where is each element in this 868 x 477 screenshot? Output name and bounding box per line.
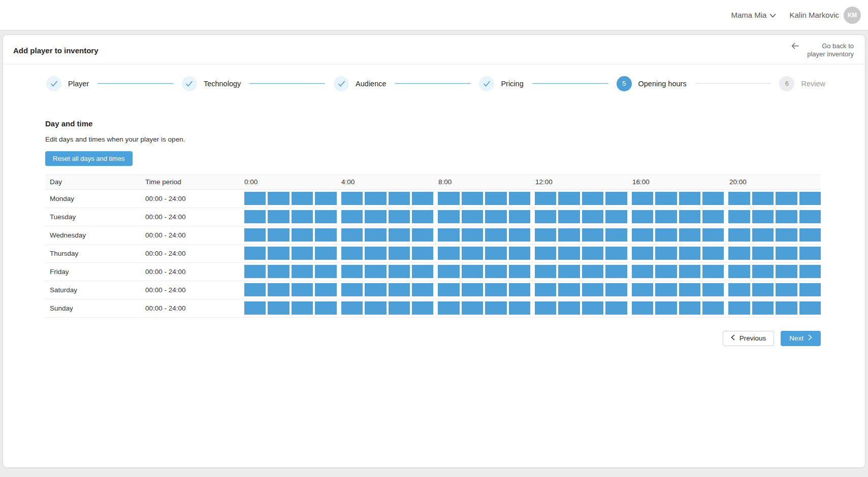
hour-block[interactable] [438, 228, 459, 242]
hour-block[interactable] [799, 301, 821, 315]
hour-block[interactable] [728, 228, 750, 242]
hour-block[interactable] [799, 210, 821, 223]
hour-block[interactable] [412, 247, 433, 260]
previous-button[interactable]: Previous [723, 331, 775, 346]
hour-block[interactable] [412, 210, 433, 223]
hour-block[interactable] [365, 192, 386, 205]
hour-block[interactable] [655, 210, 677, 223]
next-button[interactable]: Next [781, 331, 821, 346]
hour-block[interactable] [315, 192, 336, 205]
hour-block[interactable] [679, 210, 700, 223]
hour-block[interactable] [438, 210, 459, 223]
hour-block[interactable] [462, 192, 483, 205]
hour-block[interactable] [341, 283, 363, 296]
hour-block[interactable] [702, 192, 724, 205]
hour-block[interactable] [582, 210, 603, 223]
hour-block[interactable] [365, 210, 386, 223]
hour-block[interactable] [799, 228, 821, 242]
hour-block[interactable] [535, 228, 556, 242]
hour-block[interactable] [365, 301, 386, 315]
hour-block[interactable] [341, 247, 363, 260]
org-switcher[interactable]: Mama Mia [731, 11, 776, 19]
hour-block[interactable] [244, 265, 266, 278]
hour-block[interactable] [702, 265, 724, 278]
hour-block[interactable] [605, 283, 627, 296]
hour-block[interactable] [462, 301, 483, 315]
hour-block[interactable] [632, 192, 653, 205]
hour-block[interactable] [776, 283, 797, 296]
hour-block[interactable] [558, 210, 580, 223]
hour-block[interactable] [315, 247, 336, 260]
hour-block[interactable] [632, 210, 653, 223]
hour-block[interactable] [535, 283, 556, 296]
hour-block[interactable] [728, 265, 750, 278]
hour-block[interactable] [679, 283, 700, 296]
hour-block[interactable] [776, 301, 797, 315]
hour-block[interactable] [582, 301, 603, 315]
hour-block[interactable] [799, 192, 821, 205]
hour-block[interactable] [632, 265, 653, 278]
hour-block[interactable] [776, 247, 797, 260]
step-opening-hours[interactable]: 5Opening hours [617, 76, 687, 91]
hour-block[interactable] [728, 247, 750, 260]
hour-block[interactable] [438, 265, 459, 278]
hour-block[interactable] [438, 192, 459, 205]
hour-block[interactable] [776, 265, 797, 278]
hour-block[interactable] [509, 228, 530, 242]
step-technology[interactable]: Technology [182, 76, 241, 91]
hour-block[interactable] [244, 192, 266, 205]
hour-block[interactable] [655, 247, 677, 260]
hour-block[interactable] [655, 228, 677, 242]
hour-block[interactable] [268, 283, 289, 296]
hour-block[interactable] [365, 247, 386, 260]
hour-block[interactable] [292, 301, 313, 315]
hour-block[interactable] [655, 192, 677, 205]
hour-block[interactable] [799, 265, 821, 278]
hour-block[interactable] [535, 301, 556, 315]
hour-block[interactable] [315, 210, 336, 223]
hour-block[interactable] [244, 228, 266, 242]
hour-block[interactable] [679, 192, 700, 205]
hour-block[interactable] [292, 247, 313, 260]
hour-block[interactable] [702, 210, 724, 223]
hour-block[interactable] [268, 265, 289, 278]
hour-block[interactable] [244, 283, 266, 296]
hour-block[interactable] [752, 192, 774, 205]
hour-block[interactable] [438, 283, 459, 296]
hour-block[interactable] [485, 228, 506, 242]
hour-block[interactable] [605, 301, 627, 315]
hour-block[interactable] [632, 228, 653, 242]
hour-block[interactable] [799, 247, 821, 260]
hour-block[interactable] [752, 228, 774, 242]
back-to-inventory-link[interactable]: Go back to player inventory [791, 42, 854, 59]
hour-block[interactable] [605, 247, 627, 260]
hour-block[interactable] [679, 265, 700, 278]
hour-block[interactable] [268, 228, 289, 242]
hour-block[interactable] [655, 283, 677, 296]
hour-block[interactable] [462, 265, 483, 278]
hour-block[interactable] [389, 228, 410, 242]
hour-block[interactable] [365, 228, 386, 242]
hour-block[interactable] [292, 192, 313, 205]
hour-block[interactable] [292, 265, 313, 278]
hour-block[interactable] [292, 283, 313, 296]
hour-block[interactable] [438, 247, 459, 260]
hour-block[interactable] [702, 228, 724, 242]
hour-block[interactable] [509, 192, 530, 205]
hour-block[interactable] [315, 301, 336, 315]
hour-block[interactable] [389, 210, 410, 223]
hour-block[interactable] [292, 228, 313, 242]
hour-block[interactable] [752, 210, 774, 223]
hour-block[interactable] [752, 247, 774, 260]
hour-block[interactable] [632, 283, 653, 296]
hour-block[interactable] [558, 283, 580, 296]
hour-block[interactable] [655, 265, 677, 278]
hour-block[interactable] [702, 283, 724, 296]
hour-block[interactable] [389, 247, 410, 260]
hour-block[interactable] [702, 247, 724, 260]
hour-block[interactable] [535, 210, 556, 223]
hour-block[interactable] [728, 301, 750, 315]
hour-block[interactable] [412, 228, 433, 242]
hour-block[interactable] [462, 210, 483, 223]
hour-block[interactable] [412, 192, 433, 205]
